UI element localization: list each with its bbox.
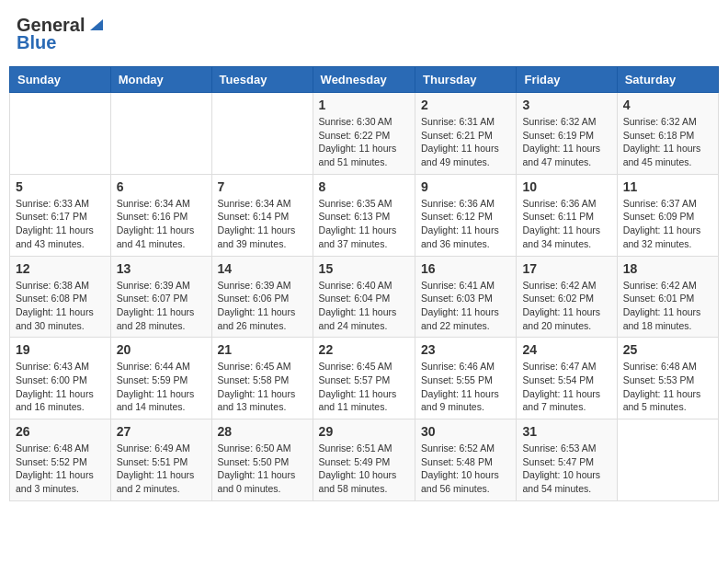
day-number: 2 bbox=[421, 98, 510, 112]
day-number: 21 bbox=[218, 342, 307, 357]
calendar-cell bbox=[10, 93, 111, 175]
day-info: Sunrise: 6:44 AM Sunset: 5:59 PM Dayligh… bbox=[117, 360, 206, 414]
calendar-week-row: 1Sunrise: 6:30 AM Sunset: 6:22 PM Daylig… bbox=[10, 93, 719, 175]
day-number: 13 bbox=[117, 261, 206, 276]
day-info: Sunrise: 6:43 AM Sunset: 6:00 PM Dayligh… bbox=[16, 360, 105, 414]
day-info: Sunrise: 6:42 AM Sunset: 6:01 PM Dayligh… bbox=[623, 279, 712, 333]
day-info: Sunrise: 6:42 AM Sunset: 6:02 PM Dayligh… bbox=[522, 279, 610, 333]
day-info: Sunrise: 6:41 AM Sunset: 6:03 PM Dayligh… bbox=[421, 279, 510, 333]
calendar-cell: 6Sunrise: 6:34 AM Sunset: 6:16 PM Daylig… bbox=[110, 174, 211, 256]
calendar-cell: 8Sunrise: 6:35 AM Sunset: 6:13 PM Daylig… bbox=[313, 174, 415, 256]
calendar-cell: 28Sunrise: 6:50 AM Sunset: 5:50 PM Dayli… bbox=[211, 419, 313, 501]
day-info: Sunrise: 6:33 AM Sunset: 6:17 PM Dayligh… bbox=[16, 197, 105, 251]
day-number: 9 bbox=[421, 179, 510, 194]
day-number: 20 bbox=[117, 342, 206, 357]
day-number: 25 bbox=[623, 342, 712, 357]
day-info: Sunrise: 6:48 AM Sunset: 5:52 PM Dayligh… bbox=[16, 442, 105, 496]
day-info: Sunrise: 6:50 AM Sunset: 5:50 PM Dayligh… bbox=[218, 442, 307, 496]
weekday-header: Wednesday bbox=[313, 67, 415, 93]
day-info: Sunrise: 6:31 AM Sunset: 6:21 PM Dayligh… bbox=[421, 115, 510, 169]
calendar-cell: 7Sunrise: 6:34 AM Sunset: 6:14 PM Daylig… bbox=[211, 174, 313, 256]
calendar-cell: 14Sunrise: 6:39 AM Sunset: 6:06 PM Dayli… bbox=[211, 256, 313, 338]
logo-blue-text: Blue bbox=[17, 32, 56, 53]
day-info: Sunrise: 6:45 AM Sunset: 5:58 PM Dayligh… bbox=[218, 360, 307, 414]
calendar-week-row: 26Sunrise: 6:48 AM Sunset: 5:52 PM Dayli… bbox=[10, 419, 719, 501]
calendar-cell: 10Sunrise: 6:36 AM Sunset: 6:11 PM Dayli… bbox=[517, 174, 617, 256]
day-number: 1 bbox=[319, 98, 409, 112]
calendar-cell: 17Sunrise: 6:42 AM Sunset: 6:02 PM Dayli… bbox=[517, 256, 617, 338]
day-info: Sunrise: 6:36 AM Sunset: 6:12 PM Dayligh… bbox=[421, 197, 510, 251]
calendar-cell: 16Sunrise: 6:41 AM Sunset: 6:03 PM Dayli… bbox=[415, 256, 517, 338]
calendar-cell bbox=[617, 419, 718, 501]
day-info: Sunrise: 6:35 AM Sunset: 6:13 PM Dayligh… bbox=[319, 197, 409, 251]
calendar-cell: 24Sunrise: 6:47 AM Sunset: 5:54 PM Dayli… bbox=[517, 338, 617, 419]
logo-triangle-icon bbox=[86, 16, 103, 32]
day-info: Sunrise: 6:34 AM Sunset: 6:14 PM Dayligh… bbox=[218, 197, 307, 251]
calendar-cell: 26Sunrise: 6:48 AM Sunset: 5:52 PM Dayli… bbox=[10, 419, 111, 501]
day-number: 26 bbox=[16, 424, 105, 439]
calendar-cell: 3Sunrise: 6:32 AM Sunset: 6:19 PM Daylig… bbox=[517, 93, 617, 175]
calendar-cell: 13Sunrise: 6:39 AM Sunset: 6:07 PM Dayli… bbox=[110, 256, 211, 338]
day-info: Sunrise: 6:34 AM Sunset: 6:16 PM Dayligh… bbox=[117, 197, 206, 251]
calendar-cell: 11Sunrise: 6:37 AM Sunset: 6:09 PM Dayli… bbox=[617, 174, 718, 256]
day-info: Sunrise: 6:46 AM Sunset: 5:55 PM Dayligh… bbox=[421, 360, 510, 414]
day-number: 15 bbox=[319, 261, 409, 276]
day-info: Sunrise: 6:30 AM Sunset: 6:22 PM Dayligh… bbox=[319, 115, 409, 169]
day-info: Sunrise: 6:49 AM Sunset: 5:51 PM Dayligh… bbox=[117, 442, 206, 496]
day-info: Sunrise: 6:51 AM Sunset: 5:49 PM Dayligh… bbox=[319, 442, 409, 496]
calendar-cell: 29Sunrise: 6:51 AM Sunset: 5:49 PM Dayli… bbox=[313, 419, 415, 501]
day-info: Sunrise: 6:36 AM Sunset: 6:11 PM Dayligh… bbox=[522, 197, 610, 251]
day-number: 19 bbox=[16, 342, 105, 357]
calendar-cell: 12Sunrise: 6:38 AM Sunset: 6:08 PM Dayli… bbox=[10, 256, 111, 338]
day-info: Sunrise: 6:47 AM Sunset: 5:54 PM Dayligh… bbox=[522, 360, 610, 414]
calendar-table: SundayMondayTuesdayWednesdayThursdayFrid… bbox=[9, 66, 719, 501]
logo: General Blue bbox=[17, 15, 103, 53]
weekday-header: Saturday bbox=[617, 67, 718, 93]
weekday-header: Tuesday bbox=[211, 67, 313, 93]
calendar-week-row: 5Sunrise: 6:33 AM Sunset: 6:17 PM Daylig… bbox=[10, 174, 719, 256]
calendar-cell: 4Sunrise: 6:32 AM Sunset: 6:18 PM Daylig… bbox=[617, 93, 718, 175]
day-number: 12 bbox=[16, 261, 105, 276]
day-number: 29 bbox=[319, 424, 409, 439]
calendar-cell: 27Sunrise: 6:49 AM Sunset: 5:51 PM Dayli… bbox=[110, 419, 211, 501]
weekday-header: Sunday bbox=[10, 67, 111, 93]
day-info: Sunrise: 6:45 AM Sunset: 5:57 PM Dayligh… bbox=[319, 360, 409, 414]
calendar-cell: 1Sunrise: 6:30 AM Sunset: 6:22 PM Daylig… bbox=[313, 93, 415, 175]
day-info: Sunrise: 6:53 AM Sunset: 5:47 PM Dayligh… bbox=[522, 442, 610, 496]
calendar-cell: 30Sunrise: 6:52 AM Sunset: 5:48 PM Dayli… bbox=[415, 419, 517, 501]
calendar-cell bbox=[211, 93, 313, 175]
page-header: General Blue bbox=[9, 9, 719, 59]
calendar-week-row: 12Sunrise: 6:38 AM Sunset: 6:08 PM Dayli… bbox=[10, 256, 719, 338]
day-number: 24 bbox=[522, 342, 610, 357]
day-info: Sunrise: 6:48 AM Sunset: 5:53 PM Dayligh… bbox=[623, 360, 712, 414]
calendar-cell: 22Sunrise: 6:45 AM Sunset: 5:57 PM Dayli… bbox=[313, 338, 415, 419]
weekday-header: Monday bbox=[110, 67, 211, 93]
day-number: 30 bbox=[421, 424, 510, 439]
weekday-header: Friday bbox=[517, 67, 617, 93]
calendar-week-row: 19Sunrise: 6:43 AM Sunset: 6:00 PM Dayli… bbox=[10, 338, 719, 419]
day-number: 28 bbox=[218, 424, 307, 439]
weekday-header: Thursday bbox=[415, 67, 517, 93]
calendar-cell: 9Sunrise: 6:36 AM Sunset: 6:12 PM Daylig… bbox=[415, 174, 517, 256]
calendar-cell: 23Sunrise: 6:46 AM Sunset: 5:55 PM Dayli… bbox=[415, 338, 517, 419]
day-number: 7 bbox=[218, 179, 307, 194]
day-number: 6 bbox=[117, 179, 206, 194]
day-number: 10 bbox=[522, 179, 610, 194]
day-number: 4 bbox=[623, 98, 712, 112]
day-number: 14 bbox=[218, 261, 307, 276]
day-info: Sunrise: 6:38 AM Sunset: 6:08 PM Dayligh… bbox=[16, 279, 105, 333]
day-info: Sunrise: 6:40 AM Sunset: 6:04 PM Dayligh… bbox=[319, 279, 409, 333]
day-info: Sunrise: 6:52 AM Sunset: 5:48 PM Dayligh… bbox=[421, 442, 510, 496]
day-info: Sunrise: 6:39 AM Sunset: 6:06 PM Dayligh… bbox=[218, 279, 307, 333]
calendar-cell: 15Sunrise: 6:40 AM Sunset: 6:04 PM Dayli… bbox=[313, 256, 415, 338]
day-info: Sunrise: 6:37 AM Sunset: 6:09 PM Dayligh… bbox=[623, 197, 712, 251]
day-number: 11 bbox=[623, 179, 712, 194]
calendar-cell: 5Sunrise: 6:33 AM Sunset: 6:17 PM Daylig… bbox=[10, 174, 111, 256]
calendar-cell: 2Sunrise: 6:31 AM Sunset: 6:21 PM Daylig… bbox=[415, 93, 517, 175]
calendar-cell: 18Sunrise: 6:42 AM Sunset: 6:01 PM Dayli… bbox=[617, 256, 718, 338]
calendar-cell: 31Sunrise: 6:53 AM Sunset: 5:47 PM Dayli… bbox=[517, 419, 617, 501]
day-number: 18 bbox=[623, 261, 712, 276]
day-info: Sunrise: 6:32 AM Sunset: 6:18 PM Dayligh… bbox=[623, 115, 712, 169]
weekday-header-row: SundayMondayTuesdayWednesdayThursdayFrid… bbox=[10, 67, 719, 93]
day-number: 8 bbox=[319, 179, 409, 194]
